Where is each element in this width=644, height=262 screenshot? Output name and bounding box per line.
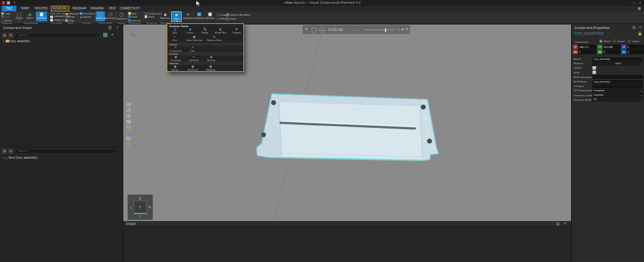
tab-process[interactable]: PROCESS bbox=[33, 6, 49, 11]
camera-icon[interactable]: ▥ bbox=[401, 28, 404, 31]
restore-windows-icon bbox=[226, 13, 229, 16]
popup-split[interactable]: ‖Split bbox=[167, 28, 182, 34]
popup-mapping[interactable]: ●Mapping bbox=[203, 65, 219, 71]
component-search-input[interactable]: Search... bbox=[15, 33, 101, 38]
popup-extract-component[interactable]: ↗Component bbox=[168, 46, 183, 52]
tab-file[interactable]: FILE bbox=[2, 6, 16, 11]
speed-slider-handle[interactable] bbox=[385, 28, 386, 32]
selected-button[interactable]: Selected bbox=[106, 11, 115, 21]
expand-all-button[interactable]: ⊞ bbox=[2, 33, 7, 38]
radio-object[interactable] bbox=[628, 40, 631, 43]
popup-slice[interactable]: ✂Slice bbox=[168, 35, 182, 42]
new-button[interactable]: New bbox=[128, 12, 145, 15]
tray-hole bbox=[421, 105, 425, 109]
name-input[interactable]: tray_assembly bbox=[592, 57, 643, 61]
coord-z[interactable]: Z0 bbox=[621, 45, 644, 49]
behaviors-button[interactable]: ✳ Behaviors bbox=[183, 11, 193, 21]
popup-remove-holes[interactable]: ⊘Remove Holes bbox=[205, 35, 224, 42]
view-cube[interactable]: B L T R F bbox=[128, 195, 153, 220]
radio-parent[interactable] bbox=[613, 40, 616, 43]
popup-extract-link[interactable]: ↗Link bbox=[185, 46, 200, 52]
tab-program[interactable]: PROGRAM bbox=[71, 6, 87, 11]
geometry-import-button[interactable]: Geometry bbox=[116, 11, 126, 21]
pdf-exportlevel-select[interactable]: Complete▾ bbox=[592, 89, 643, 93]
add-decal-icon: ● bbox=[184, 65, 201, 69]
reset-button[interactable]: « bbox=[311, 27, 317, 33]
properties-pin-icon[interactable] bbox=[632, 26, 636, 30]
tree-item-tray-assembly[interactable]: + tray_assembly bbox=[3, 40, 30, 43]
lock-icon[interactable] bbox=[638, 31, 642, 36]
record-icon[interactable]: □ bbox=[397, 28, 399, 31]
maximize-button[interactable]: ▢ bbox=[633, 1, 635, 4]
popup-invert[interactable]: ◑Invert bbox=[182, 28, 197, 34]
grid-size-input[interactable]: 25 bbox=[56, 12, 60, 15]
coord-y[interactable]: Y335.588 bbox=[597, 45, 621, 49]
node-collapse-all-button[interactable]: ⊟ bbox=[8, 149, 13, 154]
bom-name-input[interactable]: tray_assembly bbox=[592, 80, 643, 84]
close-button[interactable]: ✕ bbox=[639, 1, 641, 4]
tab-help[interactable]: HELP bbox=[107, 6, 118, 11]
hierarchy-button[interactable]: Hierarchy bbox=[96, 11, 105, 21]
collapse-all-button[interactable]: ⊟ bbox=[8, 33, 13, 38]
bom-description-input[interactable] bbox=[592, 75, 643, 79]
component-graph-close-icon[interactable]: ✕ bbox=[116, 26, 119, 29]
coord-rz[interactable]: Rz0 bbox=[621, 50, 644, 54]
collapse-ribbon-icon[interactable]: ⌃ bbox=[631, 7, 633, 9]
display-mode-icon[interactable] bbox=[103, 33, 108, 37]
properties-close-icon[interactable]: ✕ bbox=[639, 26, 641, 29]
popup-cylindrify[interactable]: ⊙Cylindrify bbox=[186, 55, 202, 62]
bom-checkbox[interactable]: ✓ bbox=[592, 71, 596, 74]
popup-decimate[interactable]: ◉Decimate bbox=[168, 55, 184, 62]
pin-icon[interactable] bbox=[108, 26, 112, 30]
tray-model[interactable] bbox=[257, 94, 438, 160]
coord-rx[interactable]: Rx0 bbox=[573, 50, 596, 54]
material-select[interactable]: (Null)▾ bbox=[592, 62, 643, 66]
simulation-level-select[interactable]: Detailed▾ bbox=[592, 93, 643, 97]
tree-item-root[interactable]: + ◇ Root [tray_assembly] bbox=[3, 156, 37, 159]
selected-component-name: tray_assembly bbox=[574, 31, 604, 36]
node-search-input[interactable]: Search... bbox=[15, 149, 119, 154]
interact-button[interactable]: Interact bbox=[36, 11, 47, 21]
minimize-button[interactable]: – bbox=[626, 1, 628, 4]
tools-button[interactable]: ✖ Tools ▾ bbox=[171, 11, 182, 22]
tab-modeling[interactable]: MODELING bbox=[51, 6, 69, 11]
move-button[interactable]: ✚ Move bbox=[25, 11, 35, 21]
select-button[interactable]: Select ▾ bbox=[14, 11, 24, 21]
restore-windows-button[interactable]: Restore Windows bbox=[226, 13, 274, 16]
output-pin-icon[interactable] bbox=[556, 222, 560, 226]
tab-connectivity[interactable]: CONNECTIVITY bbox=[119, 6, 140, 11]
category-input[interactable] bbox=[592, 84, 643, 88]
popup-blockify[interactable]: ▣Blockify bbox=[203, 55, 219, 62]
assign-icon: ● bbox=[168, 65, 182, 69]
visible-checkbox[interactable]: ✓ bbox=[592, 66, 596, 70]
graph-settings-gear-icon[interactable]: ✳ bbox=[111, 32, 114, 37]
group-label-tools: Tools bbox=[64, 21, 77, 25]
help-icon[interactable] bbox=[638, 7, 641, 10]
radio-world[interactable] bbox=[599, 40, 602, 43]
tray-hole bbox=[262, 132, 266, 137]
tab-home[interactable]: HOME bbox=[18, 6, 31, 11]
automatic-size-check-icon: ✓ bbox=[50, 16, 53, 18]
coord-ry[interactable]: Ry0 bbox=[597, 50, 621, 54]
mapping-icon: ● bbox=[203, 65, 219, 69]
signal-icon[interactable]: Ψ bbox=[406, 28, 408, 31]
output-close-icon[interactable]: ✕ bbox=[564, 222, 566, 225]
show-window-button[interactable]: Show bbox=[226, 17, 246, 20]
features-button[interactable]: ◆ Features bbox=[160, 11, 170, 21]
popup-merge[interactable]: ▚Merge bbox=[197, 28, 213, 34]
backface-mode-select[interactable]: On▾ bbox=[592, 98, 643, 101]
play-button[interactable]: ▶ bbox=[319, 27, 325, 33]
speed-slider-track[interactable] bbox=[364, 30, 394, 30]
wizards-button[interactable]: Wizards bbox=[205, 11, 215, 21]
popup-assign[interactable]: ●Assign bbox=[168, 65, 182, 71]
coord-x[interactable]: X-880.271 bbox=[573, 45, 596, 49]
popup-merge-face[interactable]: ◧Merge Face bbox=[213, 28, 229, 34]
node-expand-all-button[interactable]: ⊞ bbox=[2, 149, 7, 154]
popup-add-decal[interactable]: ●Add Decal bbox=[184, 65, 201, 71]
popup-select-identical[interactable]: ▣Select Identical bbox=[184, 35, 205, 42]
playback-settings-gear-icon[interactable]: ✳ bbox=[305, 27, 308, 31]
popup-collapse[interactable]: ▼Collapse bbox=[229, 28, 244, 34]
properties-button[interactable]: Properties bbox=[194, 11, 204, 21]
sim-time: 0:00:00 bbox=[328, 27, 343, 31]
tab-drawing[interactable]: DRAWING bbox=[89, 6, 105, 11]
